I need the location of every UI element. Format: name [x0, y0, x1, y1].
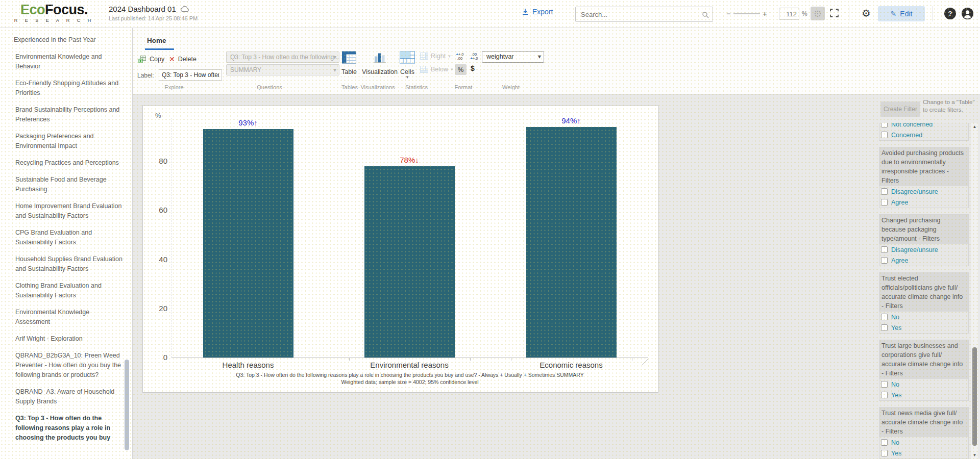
percent-format-button[interactable]: %	[455, 64, 467, 75]
filter-option[interactable]: Agree	[879, 255, 968, 266]
filter-option[interactable]: Agree	[879, 197, 968, 208]
delete-button[interactable]: ✕ Delete	[169, 55, 197, 63]
delete-x-icon: ✕	[169, 55, 175, 63]
y-axis-line	[172, 118, 172, 358]
filter-option[interactable]: No	[879, 437, 968, 448]
currency-format-button[interactable]: $	[471, 64, 475, 72]
filter-option-label: Agree	[891, 199, 908, 206]
checkbox[interactable]	[881, 199, 888, 206]
copy-button[interactable]: Copy	[138, 55, 164, 63]
table-button[interactable]: Table	[336, 51, 362, 75]
zoom-level-input[interactable]	[779, 8, 799, 20]
tab-home[interactable]: Home	[147, 37, 166, 44]
summary-dropdown[interactable]: SUMMARY ▾	[226, 64, 339, 75]
checkbox[interactable]	[881, 381, 888, 388]
zoom-out-button[interactable]: −	[726, 9, 731, 18]
cells-icon	[400, 51, 415, 64]
filter-scrollbar-thumb[interactable]	[972, 347, 977, 446]
filter-option[interactable]: Yes	[879, 322, 968, 333]
filter-option[interactable]: Concerned	[879, 130, 968, 140]
help-button[interactable]: ?	[944, 8, 956, 19]
filter-option-label: Agree	[891, 257, 908, 264]
checkbox[interactable]	[881, 257, 888, 264]
logo-dot: .	[84, 2, 88, 17]
create-filter-button[interactable]: Create Filter	[880, 101, 920, 117]
sidebar-item[interactable]: CPG Brand Evaluation and Sustainability …	[15, 228, 123, 247]
sidebar-item[interactable]: Recycling Practices and Perceptions	[15, 158, 123, 168]
visualization-button[interactable]: Visualization	[362, 51, 398, 75]
thumbnail-view-button[interactable]	[811, 7, 825, 20]
checkbox[interactable]	[881, 392, 888, 398]
question-tree-sidebar: Experienced in the Past YearEnvironmenta…	[0, 28, 133, 459]
sidebar-item[interactable]: Brand Sustainability Perceptions and Pre…	[15, 105, 123, 124]
checkbox[interactable]	[881, 132, 888, 138]
filter-option[interactable]: Yes	[879, 448, 968, 458]
search-input[interactable]	[581, 8, 698, 21]
filter-option[interactable]: No	[879, 379, 968, 390]
filter-group: Not concernedConcerned	[879, 123, 969, 141]
fullscreen-button[interactable]	[830, 9, 839, 19]
checkbox[interactable]	[881, 246, 888, 253]
sidebar-item[interactable]: Packaging Preferences and Environmental …	[15, 132, 123, 151]
sidebar-item[interactable]: QBRAND_B2bG3A_10: Preen Weed Preventer -…	[15, 351, 123, 380]
bar-2	[364, 166, 455, 358]
sidebar-item[interactable]: Arif Wright - Exploration	[15, 334, 123, 344]
right-statistics-button[interactable]: Right ▾	[420, 53, 451, 60]
checkbox[interactable]	[881, 123, 888, 128]
ribbon-group-label: Statistics	[405, 84, 428, 90]
bar-1	[203, 129, 293, 358]
sidebar-item[interactable]: Sustainable Food and Beverage Purchasing	[15, 175, 123, 194]
checkbox[interactable]	[881, 439, 888, 446]
chart-resize-handle[interactable]	[642, 359, 648, 365]
sidebar-item[interactable]: Experienced in the Past Year	[14, 35, 123, 45]
filter-group: Changed purchasing because packaging typ…	[879, 214, 969, 266]
copy-icon	[138, 55, 146, 63]
filter-option[interactable]: Disagree/unsure	[879, 244, 968, 255]
checkbox[interactable]	[881, 450, 888, 456]
filter-group-title: Trust news media give full/ accurate cli…	[879, 407, 968, 437]
chevron-down-icon: ▾	[397, 75, 418, 79]
filter-option-label: Disagree/unsure	[891, 246, 938, 253]
filter-option-label: Yes	[891, 392, 901, 399]
export-button[interactable]: Export	[522, 8, 553, 16]
sidebar-item[interactable]: Clothing Brand Evaluation and Sustainabi…	[15, 281, 123, 300]
profile-button[interactable]	[962, 8, 973, 19]
visualization-label: Visualization	[362, 68, 398, 75]
sidebar-item[interactable]: Household Supplies Brand Evaluation and …	[15, 254, 123, 274]
filter-option[interactable]: Not concerned	[879, 123, 968, 130]
checkbox[interactable]	[881, 324, 888, 331]
delete-label: Delete	[178, 56, 197, 63]
sidebar-item[interactable]: Environmental Knowledge Assessment	[15, 308, 123, 327]
x-axis-category-label: Environmental reasons	[370, 361, 448, 369]
filter-option[interactable]: No	[879, 312, 968, 322]
sidebar-item-selected[interactable]: Q3: Top 3 - How often do the following r…	[15, 414, 123, 443]
logo-subtitle: R E S E A R C H	[8, 18, 100, 23]
sidebar-item[interactable]: QBRAND_A3. Aware of Household Supply Bra…	[15, 387, 123, 406]
decrease-decimals-button[interactable]: .00 ++.0	[468, 51, 480, 62]
sidebar-item[interactable]: Home Improvement Brand Evaluation and Su…	[15, 201, 123, 221]
checkbox[interactable]	[881, 188, 888, 195]
y-axis-tick: 80	[146, 157, 167, 165]
filter-option-label: No	[891, 314, 899, 321]
gear-icon[interactable]: ⚙	[862, 7, 871, 19]
cells-button[interactable]: Cells ▾	[397, 51, 418, 79]
filter-option[interactable]: Yes	[879, 390, 968, 400]
edit-button[interactable]: ✎ Edit	[878, 6, 925, 21]
create-filter-hint: Change to a "Table" to create filters.	[923, 98, 978, 114]
sidebar-item[interactable]: Environmental Knowledge and Behavior	[15, 52, 123, 71]
zoom-slider[interactable]	[733, 13, 760, 14]
filter-option[interactable]: Disagree/unsure	[879, 186, 968, 197]
chart-footnote-sample: Weighted data; sample size = 4002; 95% c…	[172, 379, 648, 385]
scroll-down-icon[interactable]: ▼	[971, 453, 978, 457]
checkbox[interactable]	[881, 314, 888, 320]
scroll-up-icon[interactable]: ▲	[971, 124, 978, 129]
question-dropdown[interactable]: Q3: Top 3 - How often do the following..…	[226, 52, 339, 63]
sidebar-item[interactable]: Eco-Friendly Shopping Attitudes and Prio…	[15, 79, 123, 98]
zoom-in-button[interactable]: +	[763, 9, 767, 18]
weight-dropdown[interactable]: weightvar ▾	[482, 51, 544, 63]
sidebar-scrollbar-thumb[interactable]	[125, 360, 129, 450]
label-input[interactable]	[159, 69, 222, 81]
below-statistics-button[interactable]: Below ▾	[420, 66, 453, 73]
logo-text-eco: Eco	[20, 2, 45, 17]
increase-decimals-button[interactable]: ++.0 .00	[454, 51, 466, 62]
